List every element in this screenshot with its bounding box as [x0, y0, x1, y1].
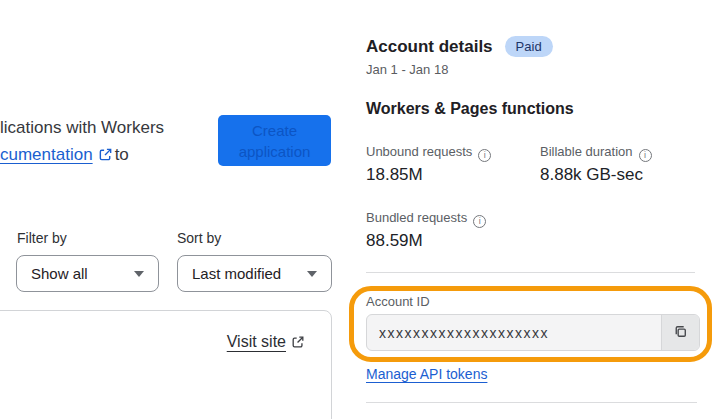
stat-label-unbound: Unbound requests	[366, 144, 491, 160]
sort-dropdown-value: Last modified	[192, 265, 281, 282]
visit-site-label: Visit site	[227, 333, 286, 350]
create-application-button[interactable]: Create application	[218, 115, 331, 166]
divider	[366, 272, 695, 273]
stat-label-bundled: Bundled requests	[366, 210, 486, 226]
info-icon[interactable]	[639, 149, 652, 162]
project-card: Visit site	[0, 310, 332, 419]
info-icon[interactable]	[473, 215, 486, 228]
stat-value-bundled: 88.59M	[366, 231, 423, 251]
account-id-label: Account ID	[366, 294, 430, 309]
intro-text: lications with Workers cumentationto	[0, 114, 164, 170]
manage-api-tokens-link[interactable]: Manage API tokens	[366, 366, 487, 382]
external-link-icon	[98, 143, 113, 170]
divider	[366, 402, 697, 403]
external-link-icon	[291, 335, 305, 353]
filter-by-label: Filter by	[17, 230, 67, 246]
account-id-field	[366, 314, 700, 351]
info-icon[interactable]	[478, 149, 491, 162]
account-details-title: Account details	[366, 37, 493, 57]
copy-icon	[672, 323, 689, 343]
visit-site-link[interactable]: Visit site	[227, 333, 307, 353]
stat-value-unbound: 18.85M	[366, 165, 423, 185]
account-details-header: Account details Paid	[366, 36, 553, 57]
stat-value-billable: 8.88k GB-sec	[540, 165, 643, 185]
sort-by-label: Sort by	[177, 230, 221, 246]
paid-status-badge: Paid	[505, 36, 553, 57]
intro-line2: cumentationto	[0, 141, 164, 170]
sort-dropdown[interactable]: Last modified	[177, 255, 332, 292]
filter-dropdown-value: Show all	[31, 265, 88, 282]
chevron-down-icon	[307, 271, 317, 277]
intro-line2-suffix: to	[115, 145, 129, 164]
account-id-input[interactable]	[367, 315, 661, 350]
copy-button[interactable]	[661, 315, 699, 350]
documentation-link[interactable]: cumentation	[0, 145, 93, 164]
intro-line1: lications with Workers	[0, 114, 164, 141]
filter-dropdown[interactable]: Show all	[16, 255, 159, 292]
workers-pages-dashboard: lications with Workers cumentationto Cre…	[0, 0, 718, 419]
functions-section-title: Workers & Pages functions	[366, 100, 574, 118]
stat-label-billable: Billable duration	[540, 144, 652, 160]
billing-date-range: Jan 1 - Jan 18	[366, 62, 448, 77]
chevron-down-icon	[134, 271, 144, 277]
